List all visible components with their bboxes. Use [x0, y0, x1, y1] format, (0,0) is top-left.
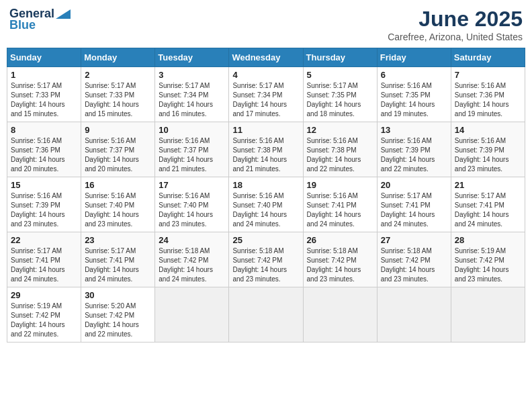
calendar-row-4: 22 Sunrise: 5:17 AMSunset: 7:41 PMDaylig… [7, 232, 525, 287]
cell-jun3: 3 Sunrise: 5:17 AMSunset: 7:34 PMDayligh… [155, 67, 229, 122]
cell-jun12: 12 Sunrise: 5:16 AMSunset: 7:38 PMDaylig… [303, 122, 377, 177]
cell-jun13: 13 Sunrise: 5:16 AMSunset: 7:39 PMDaylig… [377, 122, 451, 177]
page-header: General Blue June 2025 Carefree, Arizona… [7, 7, 525, 42]
cell-jun21: 21 Sunrise: 5:17 AMSunset: 7:41 PMDaylig… [451, 177, 525, 232]
cell-jun7: 7 Sunrise: 5:16 AMSunset: 7:36 PMDayligh… [451, 67, 525, 122]
cell-empty-4 [377, 287, 451, 342]
cell-jun18: 18 Sunrise: 5:16 AMSunset: 7:40 PMDaylig… [229, 177, 303, 232]
cell-jun9: 9 Sunrise: 5:16 AMSunset: 7:37 PMDayligh… [81, 122, 155, 177]
logo-blue: Blue [9, 18, 36, 32]
subtitle: Carefree, Arizona, United States [388, 32, 523, 42]
col-wednesday: Wednesday [229, 48, 303, 67]
cell-empty-3 [303, 287, 377, 342]
cell-jun11: 11 Sunrise: 5:16 AMSunset: 7:38 PMDaylig… [229, 122, 303, 177]
cell-jun23: 23 Sunrise: 5:17 AMSunset: 7:41 PMDaylig… [81, 232, 155, 287]
cell-jun25: 25 Sunrise: 5:18 AMSunset: 7:42 PMDaylig… [229, 232, 303, 287]
cell-empty-1 [155, 287, 229, 342]
weekday-header-row: Sunday Monday Tuesday Wednesday Thursday… [7, 48, 525, 67]
cell-jun14: 14 Sunrise: 5:16 AMSunset: 7:39 PMDaylig… [451, 122, 525, 177]
col-friday: Friday [377, 48, 451, 67]
calendar-row-3: 15 Sunrise: 5:16 AMSunset: 7:39 PMDaylig… [7, 177, 525, 232]
cell-jun4: 4 Sunrise: 5:17 AMSunset: 7:34 PMDayligh… [229, 67, 303, 122]
cell-empty-5 [451, 287, 525, 342]
cell-jun27: 27 Sunrise: 5:18 AMSunset: 7:42 PMDaylig… [377, 232, 451, 287]
col-sunday: Sunday [7, 48, 81, 67]
calendar-row-1: 1 Sunrise: 5:17 AMSunset: 7:33 PMDayligh… [7, 67, 525, 122]
cell-jun20: 20 Sunrise: 5:17 AMSunset: 7:41 PMDaylig… [377, 177, 451, 232]
col-tuesday: Tuesday [155, 48, 229, 67]
calendar-table: Sunday Monday Tuesday Wednesday Thursday… [7, 48, 525, 342]
cell-jun17: 17 Sunrise: 5:16 AMSunset: 7:40 PMDaylig… [155, 177, 229, 232]
logo-flag-icon [56, 9, 71, 19]
cell-jun29: 29 Sunrise: 5:19 AMSunset: 7:42 PMDaylig… [7, 287, 81, 342]
cell-jun5: 5 Sunrise: 5:17 AMSunset: 7:35 PMDayligh… [303, 67, 377, 122]
cell-jun26: 26 Sunrise: 5:18 AMSunset: 7:42 PMDaylig… [303, 232, 377, 287]
main-title: June 2025 [388, 7, 523, 32]
col-monday: Monday [81, 48, 155, 67]
cell-empty-2 [229, 287, 303, 342]
title-block: June 2025 Carefree, Arizona, United Stat… [388, 7, 523, 42]
cell-jun28: 28 Sunrise: 5:19 AMSunset: 7:42 PMDaylig… [451, 232, 525, 287]
cell-jun22: 22 Sunrise: 5:17 AMSunset: 7:41 PMDaylig… [7, 232, 81, 287]
col-saturday: Saturday [451, 48, 525, 67]
cell-jun10: 10 Sunrise: 5:16 AMSunset: 7:37 PMDaylig… [155, 122, 229, 177]
logo: General Blue [9, 7, 71, 32]
svg-marker-0 [56, 9, 71, 19]
col-thursday: Thursday [303, 48, 377, 67]
calendar-row-2: 8 Sunrise: 5:16 AMSunset: 7:36 PMDayligh… [7, 122, 525, 177]
cell-jun24: 24 Sunrise: 5:18 AMSunset: 7:42 PMDaylig… [155, 232, 229, 287]
cell-jun15: 15 Sunrise: 5:16 AMSunset: 7:39 PMDaylig… [7, 177, 81, 232]
cell-jun16: 16 Sunrise: 5:16 AMSunset: 7:40 PMDaylig… [81, 177, 155, 232]
cell-jun30: 30 Sunrise: 5:20 AMSunset: 7:42 PMDaylig… [81, 287, 155, 342]
cell-jun19: 19 Sunrise: 5:16 AMSunset: 7:41 PMDaylig… [303, 177, 377, 232]
cell-jun2: 2 Sunrise: 5:17 AMSunset: 7:33 PMDayligh… [81, 67, 155, 122]
cell-jun1: 1 Sunrise: 5:17 AMSunset: 7:33 PMDayligh… [7, 67, 81, 122]
cell-jun8: 8 Sunrise: 5:16 AMSunset: 7:36 PMDayligh… [7, 122, 81, 177]
calendar-row-5: 29 Sunrise: 5:19 AMSunset: 7:42 PMDaylig… [7, 287, 525, 342]
cell-jun6: 6 Sunrise: 5:16 AMSunset: 7:35 PMDayligh… [377, 67, 451, 122]
